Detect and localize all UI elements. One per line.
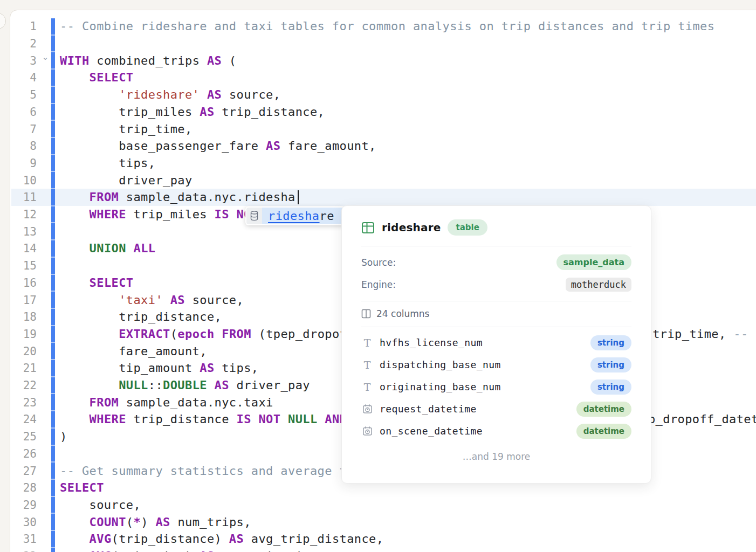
table-icon [361, 221, 375, 234]
text-type-icon: T [364, 337, 371, 349]
code-line: 'rideshare' AS source, [60, 86, 280, 104]
line-number: 27 [11, 463, 37, 480]
column-type-badge: string [590, 380, 631, 395]
column-row[interactable]: T dispatching_base_num string [361, 354, 631, 376]
more-columns-text: …and 19 more [361, 442, 631, 462]
code-line: trip_time, [60, 121, 193, 138]
code-line: COUNT(*) AS num_trips, [60, 514, 251, 531]
column-type-badge: string [590, 335, 631, 350]
code-line: -- Combine rideshare and taxi tables for… [60, 18, 714, 35]
code-line: FROM sample_data.nyc.taxi [60, 394, 273, 411]
source-row: Source: sample_data [361, 254, 631, 270]
line-number: 15 [11, 257, 37, 274]
autocomplete-match-text: ridesha [268, 209, 320, 223]
line-number: 25 [11, 428, 37, 445]
code-line: AVG(trip_distance) AS avg_trip_distance, [60, 530, 383, 548]
line-number: 11 [11, 189, 37, 206]
line-number: 14 [11, 240, 37, 257]
code-line: NULL::DOUBLE AS driver_pay [60, 377, 310, 394]
code-line: WITH combined_trips AS ( [60, 52, 237, 70]
line-number: 20 [11, 343, 37, 360]
line-number: 6 [11, 104, 37, 121]
code-line: base_passenger_fare AS fare_amount, [60, 137, 376, 155]
line-number: 12 [11, 206, 37, 223]
autocomplete-popup: rideshare [245, 206, 345, 225]
datetime-type-icon [362, 404, 373, 414]
column-name: dispatching_base_num [380, 359, 590, 370]
table-detail-card: rideshare table Source: sample_data Engi… [341, 205, 651, 484]
code-line: AVG(trip_time) AS avg_trip_time, [60, 548, 325, 552]
code-line: ) [60, 428, 67, 445]
code-line: FROM sample_data.nyc.ridesha [60, 189, 295, 206]
datetime-type-icon [362, 426, 373, 436]
text-cursor [298, 190, 299, 204]
table-type-badge: table [448, 219, 487, 236]
code-line-fragment: p_dropoff_datet [648, 411, 756, 428]
line-number: 21 [11, 360, 37, 377]
line-number: 23 [11, 394, 37, 411]
code-line: EXTRACT(epoch FROM (tpep_dropoff [60, 326, 354, 343]
code-line: tip_amount AS tips, [60, 360, 258, 377]
column-name: request_datetime [380, 403, 576, 415]
line-number: 13 [11, 223, 37, 240]
columns-count-text: 24 columns [376, 308, 429, 319]
engine-label: Engine: [361, 279, 396, 290]
line-number: 5 [11, 86, 37, 104]
autocomplete-rest-text: re [320, 209, 334, 223]
column-type-badge: datetime [576, 402, 631, 417]
code-line: 'taxi' AS source, [60, 292, 244, 309]
code-line: UNION ALL [60, 240, 155, 257]
code-line: SELECT [60, 479, 104, 496]
code-line: trip_distance, [60, 308, 222, 326]
line-number: 32 [11, 548, 37, 552]
changed-lines-indicator [51, 18, 55, 552]
code-line: source, [60, 496, 141, 514]
line-number: 9 [11, 155, 37, 172]
columns-count-row: 24 columns [361, 301, 631, 327]
column-name: originating_base_num [380, 381, 590, 392]
line-number: 2 [11, 35, 37, 52]
code-line: trip_miles AS trip_distance, [60, 104, 325, 121]
line-number: 16 [11, 274, 37, 292]
line-number: 26 [11, 445, 37, 463]
line-number: 24 [11, 411, 37, 428]
table-name: rideshare [382, 221, 441, 234]
line-number: 10 [11, 172, 37, 189]
engine-row: Engine: motherduck [361, 278, 631, 292]
text-type-icon: T [364, 381, 371, 393]
database-icon [246, 208, 262, 224]
line-number: 30 [11, 514, 37, 531]
text-type-icon: T [364, 359, 371, 371]
line-number: 22 [11, 377, 37, 394]
line-number: 7 [11, 121, 37, 138]
code-line: WHERE trip_distance IS NOT NULL AND [60, 411, 347, 428]
line-number: 19 [11, 326, 37, 343]
fold-chevron-icon[interactable]: ⌄ [40, 52, 51, 62]
code-line: fare_amount, [60, 343, 207, 360]
code-line: driver_pay [60, 172, 193, 189]
code-line: SELECT [60, 274, 133, 292]
line-number: 29 [11, 496, 37, 514]
column-row[interactable]: T request_datetime datetime [361, 398, 631, 420]
autocomplete-item-rideshare[interactable]: rideshare [262, 208, 343, 224]
code-line: -- Get summary statistics and average t [60, 463, 347, 480]
code-line: WHERE trip_miles IS NOT [60, 206, 258, 223]
engine-value-badge: motherduck [566, 278, 631, 292]
column-name: hvfhs_license_num [380, 337, 590, 348]
code-line: SELECT [60, 69, 133, 86]
column-row[interactable]: T on_scene_datetime datetime [361, 420, 631, 442]
column-name: on_scene_datetime [380, 425, 576, 437]
line-number: 4 [11, 69, 37, 86]
line-number: 28 [11, 479, 37, 496]
column-row[interactable]: T originating_base_num string [361, 376, 631, 398]
line-number: 3 [11, 52, 37, 70]
line-number: 1 [11, 18, 37, 35]
line-number: 18 [11, 308, 37, 326]
line-number: 31 [11, 530, 37, 548]
column-type-badge: string [590, 357, 631, 372]
column-row[interactable]: T hvfhs_license_num string [361, 332, 631, 354]
line-number: 17 [11, 292, 37, 309]
code-line-fragment: trip_time, -- [652, 326, 748, 343]
source-label: Source: [361, 257, 396, 268]
column-type-badge: datetime [576, 424, 631, 439]
